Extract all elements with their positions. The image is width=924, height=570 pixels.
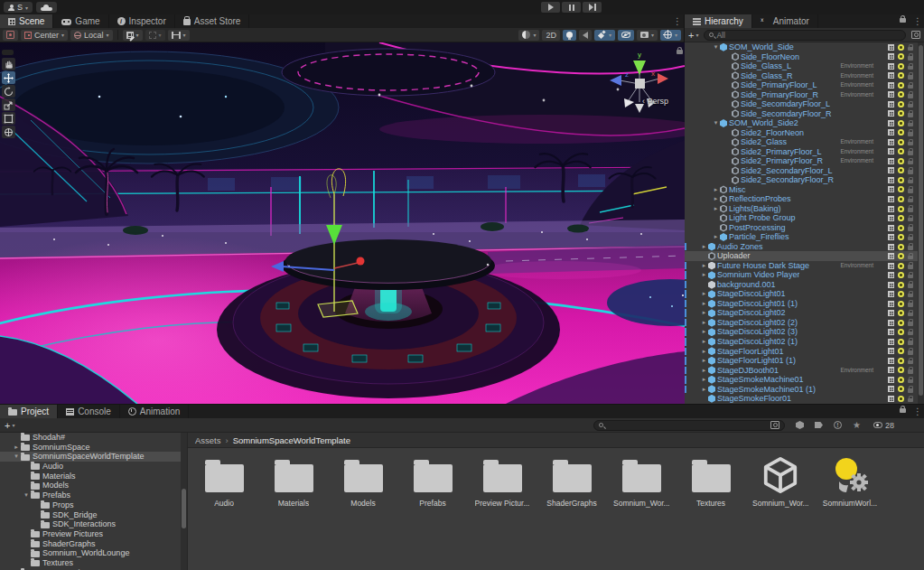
visibility-dot-icon[interactable] — [898, 110, 904, 117]
static-grid-icon[interactable] — [888, 253, 894, 259]
projection-label[interactable]: ‹ Persp — [642, 97, 668, 106]
visibility-dot-icon[interactable] — [898, 63, 904, 70]
static-grid-icon[interactable] — [888, 282, 894, 288]
tool-settings-button[interactable] — [3, 30, 18, 41]
hierarchy-row[interactable]: ▾SOM_World_Side› — [685, 42, 924, 52]
lock-icon[interactable] — [908, 237, 913, 241]
account-button[interactable]: S ▾ — [4, 2, 33, 13]
visibility-dot-icon[interactable] — [898, 158, 904, 164]
static-grid-icon[interactable] — [888, 367, 894, 373]
hierarchy-row[interactable]: ▸StageDiscoLight02 (1)› — [685, 337, 924, 347]
snap-increment-dropdown[interactable]: ▾ — [168, 30, 190, 41]
visibility-dot-icon[interactable] — [898, 196, 904, 202]
move-tool-button[interactable] — [2, 71, 15, 84]
lock-icon[interactable] — [908, 47, 913, 51]
pivot-mode-dropdown[interactable]: Center▾ — [21, 30, 68, 41]
lock-icon[interactable] — [908, 85, 913, 89]
visibility-dot-icon[interactable] — [898, 129, 904, 135]
expand-arrow-icon[interactable]: ▾ — [12, 452, 21, 462]
lock-icon[interactable] — [908, 104, 913, 108]
asset-item[interactable]: Somnium_Wor... — [614, 455, 668, 508]
rotate-tool-button[interactable] — [2, 85, 15, 98]
static-grid-icon[interactable] — [888, 44, 894, 51]
lock-icon[interactable] — [908, 275, 913, 279]
tab-animator[interactable]: Animator — [752, 14, 818, 28]
rect-tool-button[interactable] — [2, 112, 15, 125]
expand-arrow-icon[interactable]: ▸ — [700, 308, 708, 318]
draw-mode-dropdown[interactable]: ▾ — [518, 30, 539, 41]
expand-arrow-icon[interactable]: ▸ — [700, 375, 708, 385]
visibility-dot-icon[interactable] — [898, 91, 904, 98]
folder-tree-row[interactable]: ▾SomniumSpaceWorldTemplate — [0, 452, 187, 462]
hierarchy-row[interactable]: ▸Misc — [685, 185, 924, 195]
grid-visibility-dropdown[interactable]: ▾ — [123, 30, 143, 41]
visibility-dot-icon[interactable] — [898, 215, 904, 221]
expand-arrow-icon[interactable]: ▸ — [700, 289, 708, 299]
visibility-dot-icon[interactable] — [898, 301, 904, 307]
lock-icon[interactable] — [908, 322, 913, 326]
expand-arrow-icon[interactable]: ▾ — [22, 491, 31, 500]
camera-settings-dropdown[interactable]: ▾ — [637, 30, 658, 41]
folder-tree-row[interactable]: ▸SomniumSpace — [0, 443, 187, 453]
lock-icon[interactable] — [908, 350, 913, 355]
scene-dock-menu-icon[interactable]: ⋮ — [671, 14, 684, 28]
lock-icon[interactable] — [908, 123, 913, 127]
expand-arrow-icon[interactable]: ▸ — [700, 270, 708, 280]
lock-icon[interactable] — [908, 189, 913, 193]
lock-icon[interactable] — [908, 113, 913, 117]
static-grid-icon[interactable] — [888, 53, 894, 60]
expand-arrow-icon[interactable]: ▸ — [712, 232, 720, 242]
visibility-dot-icon[interactable] — [898, 244, 904, 250]
scale-tool-button[interactable] — [2, 98, 15, 111]
hierarchy-row[interactable]: Side_Glass_LEnvironment — [685, 61, 924, 71]
static-grid-icon[interactable] — [888, 101, 894, 107]
project-search-input[interactable] — [593, 420, 785, 431]
hierarchy-row[interactable]: Side2_PrimaryFloor_REnvironment — [685, 156, 924, 166]
panel-lock-icon[interactable] — [900, 18, 906, 23]
static-grid-icon[interactable] — [888, 148, 894, 154]
snap-settings-dropdown[interactable]: ▾ — [145, 30, 165, 41]
hierarchy-row[interactable]: ▸Particle_Fireflies› — [685, 232, 924, 242]
project-menu-icon[interactable]: ⋮ — [911, 405, 924, 418]
lock-icon[interactable] — [908, 246, 913, 250]
hierarchy-row[interactable]: Side2_GlassEnvironment — [685, 137, 924, 147]
folder-tree-row[interactable]: Shodah# — [0, 433, 187, 443]
static-grid-icon[interactable] — [888, 396, 894, 402]
hierarchy-row[interactable]: Side_Glass_REnvironment — [685, 71, 924, 81]
hierarchy-row[interactable]: PostProcessing — [685, 223, 924, 233]
orientation-dropdown[interactable]: Local▾ — [70, 30, 113, 41]
scene-lighting-toggle[interactable] — [563, 30, 576, 41]
search-by-label-button[interactable] — [815, 422, 823, 428]
lock-icon[interactable] — [908, 332, 913, 336]
static-grid-icon[interactable] — [888, 310, 894, 316]
lock-icon[interactable] — [908, 369, 913, 374]
visibility-dot-icon[interactable] — [898, 177, 904, 183]
lock-icon[interactable] — [908, 180, 913, 184]
asset-item[interactable]: Textures — [684, 455, 738, 508]
folder-tree-row[interactable]: Audio — [0, 462, 187, 472]
create-asset-button[interactable]: +▾ — [5, 420, 14, 431]
hierarchy-row[interactable]: ▸Somnium Video Player› — [685, 270, 924, 280]
lock-icon[interactable] — [908, 199, 913, 203]
hierarchy-row[interactable]: Light Probe Group — [685, 213, 924, 223]
hidden-packages-toggle[interactable]: 28 — [873, 421, 894, 430]
visibility-dot-icon[interactable] — [898, 339, 904, 345]
visibility-dot-icon[interactable] — [898, 206, 904, 212]
static-grid-icon[interactable] — [888, 225, 894, 231]
static-grid-icon[interactable] — [888, 377, 894, 383]
hierarchy-row[interactable]: Side2_SecondaryFloor_L — [685, 166, 924, 176]
lock-icon[interactable] — [908, 161, 913, 165]
play-button[interactable] — [541, 2, 560, 13]
hierarchy-row[interactable]: ▸Future House Dark StageEnvironment — [685, 261, 924, 271]
asset-item[interactable]: Prefabs — [406, 455, 460, 508]
scene-audio-toggle[interactable] — [579, 30, 592, 41]
hierarchy-row[interactable]: ▸StageDiscoLight01› — [685, 289, 924, 299]
expand-arrow-icon[interactable]: ▸ — [700, 385, 708, 395]
lock-icon[interactable] — [908, 341, 913, 345]
visibility-dot-icon[interactable] — [898, 263, 904, 269]
pause-button[interactable] — [562, 2, 581, 13]
lock-icon[interactable] — [908, 94, 913, 98]
visibility-dot-icon[interactable] — [898, 253, 904, 259]
static-grid-icon[interactable] — [888, 196, 894, 202]
hierarchy-row[interactable]: Side_SecomdaryFloor_R — [685, 109, 924, 119]
